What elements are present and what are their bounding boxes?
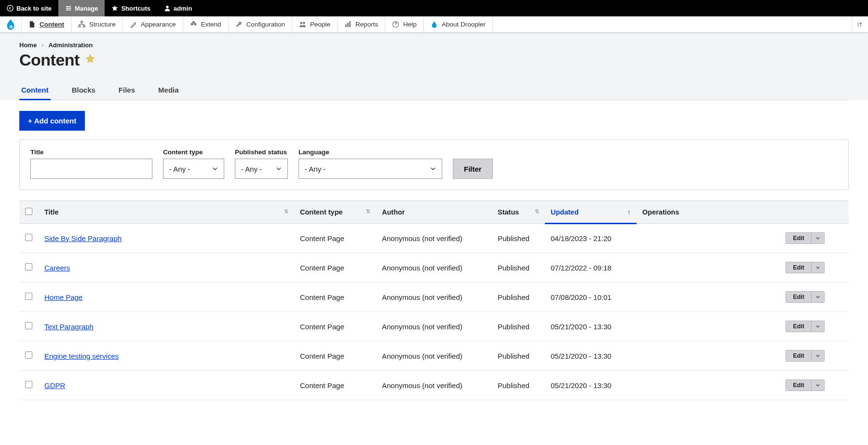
cell-status: Published (492, 253, 545, 283)
admin-menu-reports[interactable]: Reports (338, 16, 385, 32)
shortcuts-link[interactable]: Shortcuts (105, 0, 157, 16)
row-checkbox[interactable] (25, 381, 32, 388)
shortcuts-label: Shortcuts (121, 5, 150, 12)
cell-updated: 07/12/2022 - 09:18 (545, 253, 637, 283)
cell-updated: 05/21/2020 - 13:30 (545, 312, 637, 341)
table-row: Engine testing servicesContent PageAnony… (19, 341, 849, 371)
edit-button[interactable]: Edit (786, 262, 812, 273)
dropbutton-toggle[interactable] (812, 292, 824, 302)
cell-updated: 07/08/2020 - 10:01 (545, 283, 637, 312)
cell-updated: 05/21/2020 - 13:30 (545, 371, 637, 400)
filter-content-type-field: Content type - Any - (163, 148, 224, 179)
admin-menu-appearance[interactable]: Appearance (123, 16, 183, 32)
primary-tabs: Content Blocks Files Media (19, 81, 849, 100)
cell-status: Published (492, 224, 545, 253)
row-checkbox[interactable] (25, 322, 32, 329)
cell-author: Anonymous (not verified) (376, 283, 492, 312)
col-header-content-type[interactable]: Content type⇅ (294, 201, 376, 224)
add-content-button[interactable]: +Add content (19, 111, 85, 131)
structure-icon (78, 21, 85, 28)
admin-menu-label: Configuration (246, 21, 285, 28)
manage-toggle[interactable]: Manage (58, 0, 105, 16)
user-label: admin (174, 5, 192, 12)
tab-media[interactable]: Media (156, 81, 181, 100)
admin-menu-people[interactable]: People (292, 16, 338, 32)
breadcrumb-home[interactable]: Home (19, 41, 37, 49)
admin-menu-about-droopler[interactable]: About Droopler (424, 16, 493, 32)
sort-asc-icon: ↑ (627, 208, 631, 216)
filter-submit-button[interactable]: Filter (453, 159, 493, 179)
admin-menu-help[interactable]: Help (385, 16, 424, 32)
page-header-region: Home › Administration Content Content Bl… (0, 33, 868, 100)
operations-dropbutton: Edit (786, 350, 825, 362)
cell-author: Anonymous (not verified) (376, 224, 492, 253)
filter-content-type-select[interactable]: - Any - (163, 159, 224, 179)
breadcrumb-administration[interactable]: Administration (48, 41, 93, 49)
svg-rect-5 (83, 26, 85, 27)
cell-author: Anonymous (not verified) (376, 253, 492, 283)
table-row: GDPRContent PageAnonymous (not verified)… (19, 371, 849, 400)
tab-content[interactable]: Content (19, 81, 51, 100)
edit-button[interactable]: Edit (786, 351, 812, 361)
select-all-header (19, 201, 39, 224)
drupal-logo[interactable] (0, 16, 22, 32)
dropbutton-toggle[interactable] (812, 233, 824, 243)
row-checkbox[interactable] (25, 293, 32, 300)
filter-published-status-field: Published status - Any - (235, 148, 288, 179)
filter-title-input[interactable] (30, 159, 152, 179)
content-title-link[interactable]: Text Paragraph (44, 323, 94, 331)
content-title-link[interactable]: Careers (44, 264, 70, 272)
wrench-icon (235, 21, 243, 28)
cell-content-type: Content Page (294, 371, 376, 400)
user-menu[interactable]: admin (157, 0, 199, 16)
content-title-link[interactable]: GDPR (44, 381, 65, 390)
tab-files[interactable]: Files (117, 81, 137, 100)
dropbutton-toggle[interactable] (812, 262, 824, 273)
back-to-site-link[interactable]: Back to site (0, 0, 58, 16)
edit-button[interactable]: Edit (786, 321, 812, 332)
admin-menu-label: Extend (201, 21, 221, 28)
svg-point-2 (9, 25, 13, 28)
user-icon (164, 5, 171, 12)
admin-menu-extend[interactable]: Extend (183, 16, 229, 32)
select-all-checkbox[interactable] (25, 208, 32, 215)
content-title-link[interactable]: Side By Side Paragraph (44, 234, 122, 243)
col-header-title[interactable]: Title⇅ (39, 201, 294, 224)
shortcut-star-icon[interactable] (85, 54, 95, 67)
dropbutton-toggle[interactable] (812, 380, 824, 391)
col-header-author[interactable]: Author (376, 201, 492, 224)
operations-dropbutton: Edit (786, 291, 825, 303)
manage-label: Manage (75, 5, 98, 12)
tab-blocks[interactable]: Blocks (70, 81, 97, 100)
admin-menu-configuration[interactable]: Configuration (229, 16, 292, 32)
edit-button[interactable]: Edit (786, 233, 812, 243)
toolbar-orientation-toggle[interactable] (852, 16, 868, 33)
dropbutton-toggle[interactable] (812, 351, 824, 361)
row-checkbox[interactable] (25, 234, 32, 241)
chevron-down-icon (430, 165, 436, 173)
col-header-status[interactable]: Status⇅ (492, 201, 545, 224)
row-checkbox[interactable] (25, 263, 32, 270)
filter-language-select[interactable]: - Any - (298, 159, 442, 179)
operations-dropbutton: Edit (786, 262, 825, 273)
content-title-link[interactable]: Engine testing services (44, 352, 119, 360)
svg-point-10 (303, 22, 305, 24)
svg-rect-12 (347, 23, 349, 27)
content-title-link[interactable]: Home Page (44, 293, 82, 301)
col-header-updated[interactable]: Updated↑ (545, 201, 637, 224)
content-area: +Add content Title Content type - Any - … (0, 100, 868, 415)
row-checkbox[interactable] (25, 351, 32, 359)
table-row: CareersContent PageAnonymous (not verifi… (19, 253, 849, 283)
extend-icon (190, 21, 197, 28)
admin-menu-structure[interactable]: Structure (71, 16, 123, 32)
dropbutton-toggle[interactable] (812, 321, 824, 332)
admin-menu-content[interactable]: Content (22, 16, 71, 32)
filter-published-status-select[interactable]: - Any - (235, 159, 288, 179)
reports-icon (344, 21, 352, 28)
droopler-icon (431, 21, 438, 28)
cell-content-type: Content Page (294, 224, 376, 253)
operations-dropbutton: Edit (786, 232, 825, 244)
page-title: Content (19, 51, 80, 69)
edit-button[interactable]: Edit (786, 380, 812, 391)
edit-button[interactable]: Edit (786, 292, 812, 302)
